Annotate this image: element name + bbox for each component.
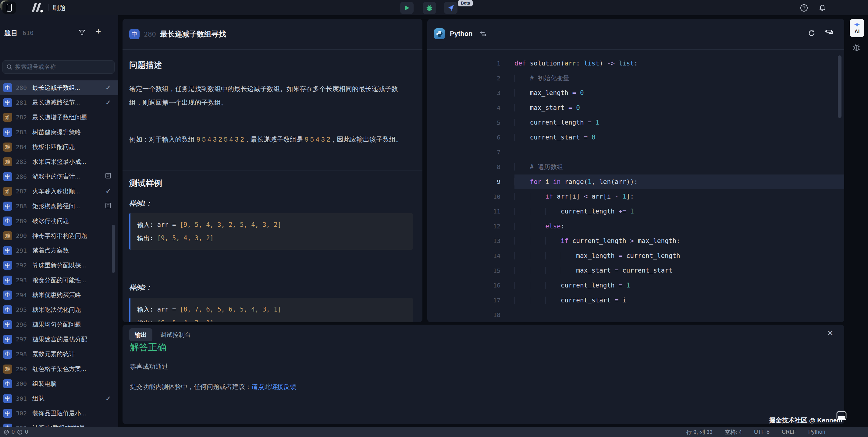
play-icon <box>404 5 410 11</box>
help-icon[interactable] <box>800 4 808 12</box>
code-line-13[interactable]: 13 if current_length > max_length: <box>427 234 844 248</box>
search-input[interactable] <box>15 64 111 70</box>
toggle-bottom-panel-icon[interactable] <box>836 411 847 420</box>
text-part: arr = <box>157 306 180 313</box>
encoding[interactable]: UTF-8 <box>754 429 770 435</box>
code-line-10[interactable]: 10 if arr[i] < arr[i - 1]: <box>427 189 844 204</box>
problem-item-285[interactable]: 难285水果店果篮最小成... <box>0 155 118 169</box>
text-part: 例如：对于输入的数组 <box>129 136 196 143</box>
problem-item-295[interactable]: 中295糖果吃法优化问题 <box>0 302 118 317</box>
problem-item-280[interactable]: 中280最长递减子数组...✓ <box>0 80 118 95</box>
sidebar-scrollbar[interactable] <box>112 225 115 273</box>
problem-item-281[interactable]: 中281最长递减路径节...✓ <box>0 95 118 110</box>
bell-icon[interactable] <box>818 4 827 12</box>
problem-item-title: 破冰行动问题 <box>32 217 69 225</box>
code-line-9[interactable]: 9 for i in range(1, len(arr)): <box>427 174 844 190</box>
difficulty-badge: 中 <box>3 305 12 314</box>
code-line-5[interactable]: 5 current_length = 1 <box>427 115 844 130</box>
problem-title: 最长递减子数组寻找 <box>160 29 226 39</box>
problem-item-299[interactable]: 难299红色格子染色方案... <box>0 362 118 376</box>
problem-item-294[interactable]: 中294糖果优惠购买策略 <box>0 288 118 302</box>
problem-item-286[interactable]: 中286游戏中的伤害计... <box>0 169 118 184</box>
token: 0 <box>580 89 584 97</box>
tab-output[interactable]: 输出 <box>129 328 152 341</box>
code-line-12[interactable]: 12 else: <box>427 219 844 234</box>
problem-item-291[interactable]: 中291禁着点方案数 <box>0 243 118 258</box>
problem-sidebar: 题目 610 + 中280最长递减子数组...✓中281最长递减路径节...✓难… <box>0 15 118 427</box>
token: 1 <box>622 193 626 200</box>
token: current_length <box>561 208 615 215</box>
token: < <box>580 193 592 200</box>
eol-setting[interactable]: CRLF <box>782 429 796 435</box>
code-line-15[interactable]: 15 max_start = current_start <box>427 263 844 278</box>
beta-badge: Beta <box>458 0 473 6</box>
switch-language-icon[interactable] <box>479 30 487 37</box>
problem-number: 280 <box>144 30 156 38</box>
problem-item-284[interactable]: 难284模板串匹配问题 <box>0 139 118 155</box>
code-line-6[interactable]: 6 current_start = 0 <box>427 130 844 145</box>
line-number: 9 <box>427 178 503 186</box>
debug-run-button[interactable] <box>423 2 436 14</box>
text-part: [9, 5, 4, 3, 2, 5, 4, 3, 2] <box>180 221 281 228</box>
indent-guide <box>515 237 530 244</box>
tab-debug-console[interactable]: 调试控制台 <box>160 331 191 339</box>
code-line-7[interactable]: 7​ <box>427 145 844 160</box>
code-line-14[interactable]: 14 max_length = current_length <box>427 248 844 263</box>
problem-item-296[interactable]: 中296糖果均匀分配问题 <box>0 317 118 332</box>
note-icon <box>104 202 113 210</box>
problem-item-title: 最长递增子数组问题 <box>32 113 87 122</box>
problem-item-288[interactable]: 中288矩形棋盘路径问... <box>0 199 118 214</box>
close-icon[interactable]: ✕ <box>827 329 833 337</box>
problem-item-287[interactable]: 难287火车驶入驶出顺...✓ <box>0 184 118 199</box>
problem-item-301[interactable]: 中301组队✓ <box>0 391 118 406</box>
problem-item-292[interactable]: 中292算珠重新分配以获... <box>0 258 118 273</box>
language-mode[interactable]: Python <box>808 429 825 435</box>
format-code-icon[interactable] <box>824 29 833 37</box>
difficulty-badge: 中 <box>3 128 12 137</box>
problem-item-289[interactable]: 中289破冰行动问题 <box>0 213 118 228</box>
reset-code-icon[interactable] <box>808 29 815 37</box>
indent-setting[interactable]: 空格: 4 <box>725 429 742 436</box>
token: ( <box>561 60 565 67</box>
search-box[interactable] <box>2 60 115 74</box>
problem-number: 299 <box>16 365 27 373</box>
token: max_length <box>530 89 568 97</box>
problem-item-302[interactable]: 中302装饰品丑陋值最小... <box>0 406 118 421</box>
problems-summary[interactable]: 0 0 <box>0 429 28 435</box>
problem-item-282[interactable]: 难282最长递增子数组问题 <box>0 110 118 125</box>
line-number: 17 <box>427 297 503 304</box>
editor-scrollbar[interactable] <box>838 56 841 118</box>
code-line-11[interactable]: 11 current_length += 1 <box>427 204 844 219</box>
run-button[interactable] <box>400 2 413 14</box>
code-line-3[interactable]: 3 max_length = 0 <box>427 86 844 100</box>
submit-button[interactable] <box>444 2 458 14</box>
code-line-16[interactable]: 16 current_length = 1 <box>427 278 844 293</box>
token: max_length <box>638 237 676 244</box>
code-line-2[interactable]: 2 # 初始化变量 <box>427 71 844 86</box>
problem-item-283[interactable]: 中283树苗健康提升策略 <box>0 125 118 140</box>
cursor-position[interactable]: 行 9, 列 33 <box>686 429 713 436</box>
problem-item-303[interactable]: 中303计算"好数组"的数量 <box>0 421 118 427</box>
code-editor[interactable]: 1def solution(arr: list) -> list:2 # 初始化… <box>427 56 844 322</box>
add-icon[interactable]: + <box>96 26 101 37</box>
code-line-4[interactable]: 4 max_start = 0 <box>427 100 844 115</box>
filter-icon[interactable] <box>78 29 86 37</box>
code-line-17[interactable]: 17 current_start = i <box>427 293 844 308</box>
text-part: [9, 5, 4, 3, 2] <box>157 234 214 242</box>
code-line-1[interactable]: 1def solution(arr: list) -> list: <box>427 56 844 71</box>
ai-assistant-button[interactable]: AI <box>850 19 864 37</box>
warnings-count: 0 <box>25 429 28 435</box>
problem-item-297[interactable]: 中297糖果迷宫的最优分配 <box>0 332 118 347</box>
token: : <box>561 223 565 230</box>
debug-tool-icon[interactable] <box>852 43 861 52</box>
problem-item-290[interactable]: 难290神奇字符串构造问题 <box>0 228 118 243</box>
problem-number: 293 <box>16 276 27 284</box>
feedback-link[interactable]: 请点此链接反馈 <box>251 383 296 390</box>
feedback-line: 提交功能内测体验中，任何问题或者建议：请点此链接反馈 <box>130 382 296 391</box>
problem-item-293[interactable]: 中293粮食分配的可能性... <box>0 273 118 288</box>
sidebar-toggle-button[interactable] <box>2 2 16 14</box>
problem-item-298[interactable]: 中298素数元素的统计 <box>0 347 118 362</box>
code-line-18[interactable]: 18​ <box>427 308 844 322</box>
problem-item-300[interactable]: 中300组装电脑 <box>0 376 118 391</box>
code-line-8[interactable]: 8 # 遍历数组 <box>427 160 844 174</box>
